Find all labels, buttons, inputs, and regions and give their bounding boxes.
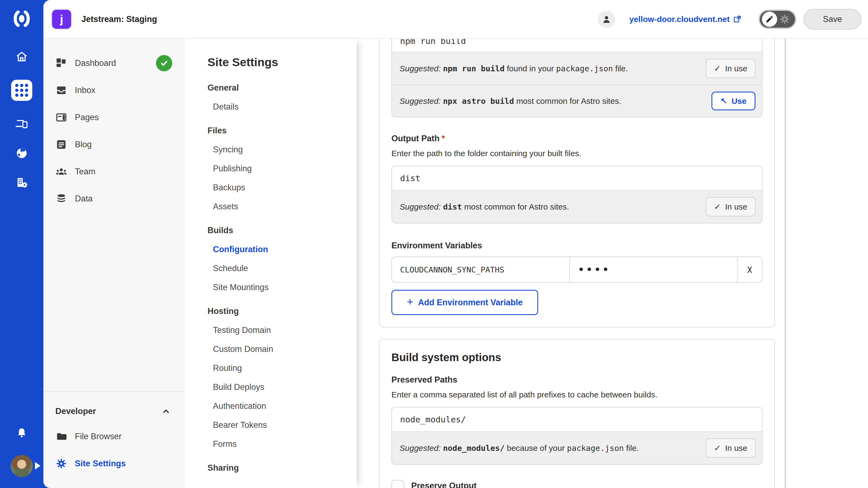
edit-settings-mode-toggle[interactable] [758,9,796,29]
settings-nav-item-routing[interactable]: Routing [208,363,346,373]
sidebar-item-pages[interactable]: Pages [43,104,184,131]
settings-nav-item-authentication[interactable]: Authentication [208,401,346,411]
settings-nav-item-assets[interactable]: Assets [208,202,346,212]
developer-section-toggle[interactable]: Developer [43,400,184,423]
settings-nav-item-bearer-tokens[interactable]: Bearer Tokens [208,420,346,430]
suggestion-row: Suggested: node_modules/ because of your… [392,432,762,464]
site-app-tile[interactable]: j [52,10,71,29]
apps-grid-icon [15,84,28,97]
env-var-name-value: CLOUDCANNON_SYNC_PATHS [400,265,504,274]
dashboard-icon [55,57,67,69]
settings-mode-gear [779,14,790,25]
settings-nav-item-publishing[interactable]: Publishing [208,164,346,173]
preserved-paths-suggestions: Suggested: node_modules/ because of your… [392,431,762,464]
plus-icon: + [407,296,413,308]
sidebar-item-inbox[interactable]: Inbox [43,77,184,104]
build-command-group: npm run build Suggested: npm run build f… [392,39,763,118]
save-button[interactable]: Save [803,9,862,30]
sidebar-item-data[interactable]: Data [43,185,184,212]
settings-nav-item-backups[interactable]: Backups [208,183,346,193]
settings-nav-item-testing-domain[interactable]: Testing Domain [208,325,346,335]
sidebar-item-dashboard[interactable]: Dashboard [43,50,184,77]
preserved-paths-description: Enter a comma separated list of all path… [392,390,763,399]
devices-icon[interactable] [16,118,28,130]
sidebar-item-label: Blog [75,140,92,150]
pages-icon [55,111,67,123]
output-path-value: dist [400,173,421,183]
sidebar-item-team[interactable]: Team [43,158,184,185]
settings-nav-item-syncing[interactable]: Syncing [208,145,346,155]
suggestion-text: Suggested: npm run build found in your p… [400,64,706,73]
app-header: j Jetstream: Staging yellow-door.cloudve… [43,0,868,39]
sidebar-item-label: Data [75,194,93,204]
user-avatar[interactable] [10,455,33,477]
preserved-paths-group: node_modules/ Suggested: node_modules/ b… [392,407,763,465]
output-path-suggestions: Suggested: dist most common for Astro si… [392,190,762,223]
cloudcannon-logo[interactable] [10,8,34,29]
preserved-paths-input[interactable]: node_modules/ [392,408,762,431]
settings-nav-item-details[interactable]: Details [208,102,346,112]
settings-nav-item-site-mountings[interactable]: Site Mountings [208,283,346,292]
settings-nav-item-build-deploys[interactable]: Build Deploys [208,382,346,392]
environment-variables-label: Environment Variables [392,241,763,251]
blog-icon [55,138,67,151]
preserved-paths-value: node_modules/ [400,415,466,424]
environment-variable-row: CLOUDCANNON_SYNC_PATHS •••• [392,257,763,283]
build-command-input[interactable]: npm run build [392,39,762,52]
in-use-button[interactable]: ✓ In use [706,197,755,216]
preserve-output-checkbox[interactable] [392,480,404,488]
app-rail [0,0,43,488]
body-row: Dashboard Inbox [43,39,868,488]
add-environment-variable-button[interactable]: + Add Environment Variable [392,290,538,315]
settings-nav-item-forms[interactable]: Forms [208,439,346,449]
sidebar-item-label: Inbox [75,86,95,95]
sidebar-expand-arrow-icon[interactable] [35,462,40,469]
site-sidebar-items: Dashboard Inbox [43,39,184,212]
settings-nav-item-schedule[interactable]: Schedule [208,263,346,273]
use-suggestion-button[interactable]: ↖ Use [712,92,755,110]
settings-section-files: Files Syncing Publishing Backups Assets [208,126,346,212]
settings-nav-item-configuration[interactable]: Configuration [208,245,346,254]
suggestion-text: Suggested: dist most common for Astro si… [400,202,706,212]
globe-icon[interactable] [16,147,28,159]
in-use-button[interactable]: ✓ In use [706,438,755,458]
in-use-button[interactable]: ✓ In use [706,59,755,78]
env-var-name-input[interactable]: CLOUDCANNON_SYNC_PATHS [392,257,570,282]
settings-nav-panel: Site Settings General Details Files Sync… [184,39,357,488]
env-var-value-input[interactable]: •••• [570,257,738,282]
live-site-link[interactable]: yellow-door.cloudvent.net [629,14,742,24]
live-site-link-text: yellow-door.cloudvent.net [629,14,730,24]
pencil-icon [765,15,774,24]
remove-env-var-button[interactable] [738,257,762,282]
header-right: yellow-door.cloudvent.net [598,9,862,30]
sidebar-item-file-browser[interactable]: File Browser [43,423,184,450]
sidebar-item-label: Dashboard [75,58,116,68]
scrollbar[interactable] [785,39,786,488]
suggestion-text: Suggested: node_modules/ because of your… [400,444,706,453]
inbox-icon [55,84,67,96]
sidebar-item-blog[interactable]: Blog [43,131,184,158]
settings-nav-item-custom-domain[interactable]: Custom Domain [208,344,346,354]
apps-grid-active-tile[interactable] [11,80,32,101]
team-icon [55,166,67,177]
output-path-description: Enter the path to the folder containing … [392,149,763,158]
preserve-output-label[interactable]: Preserve Output [411,481,609,488]
settings-section-heading: General [208,83,346,93]
developer-heading: Developer [55,406,96,416]
nw-arrow-icon: ↖ [720,96,727,106]
home-icon[interactable] [16,51,28,63]
preserved-paths-label: Preserved Paths [392,375,763,385]
user-avatar-wrap [10,455,33,477]
output-path-input[interactable]: dist [392,166,762,190]
suggestion-row: Suggested: dist most common for Astro si… [392,191,762,223]
close-icon [745,265,754,274]
header-user-icon[interactable] [598,10,615,28]
app-surface: j Jetstream: Staging yellow-door.cloudve… [43,0,868,488]
sidebar-item-site-settings[interactable]: Site Settings [43,450,184,477]
notifications-bell-icon[interactable] [16,427,28,439]
dashboard-status-badge [156,55,172,71]
edit-mode-knob [762,12,777,27]
settings-section-hosting: Hosting Testing Domain Custom Domain Rou… [208,306,346,449]
organization-settings-icon[interactable] [16,176,28,189]
preserve-output-text: Preserve Output Cache the files in your … [411,480,609,488]
